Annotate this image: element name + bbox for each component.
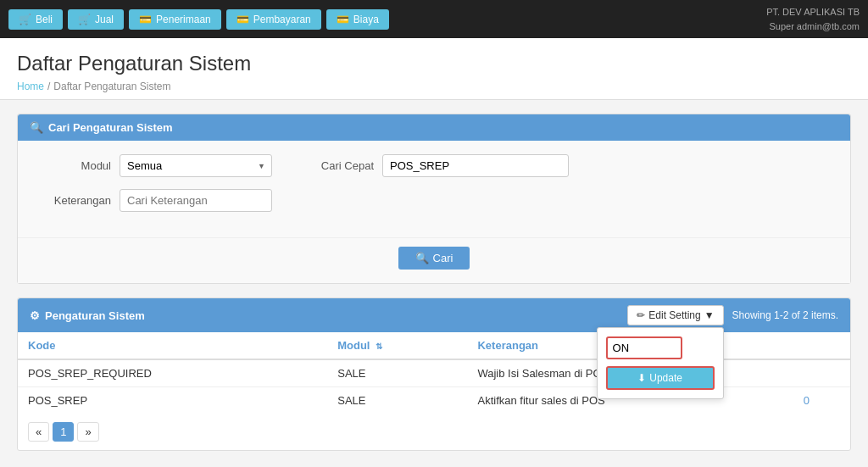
- card-icon-2: 💳: [236, 14, 249, 25]
- update-label: Update: [649, 372, 682, 384]
- edit-setting-wrapper: ✏ Edit Setting ▼ ⬇ Update: [627, 305, 723, 325]
- nav-biaya-label: Biaya: [353, 14, 379, 25]
- edit-setting-dropdown: ⬇ Update: [597, 327, 724, 399]
- results-panel: ⚙ Pengaturan Sistem ✏ Edit Setting ▼: [17, 297, 851, 451]
- cell-modul-2: SALE: [327, 387, 467, 414]
- cart-icon: 🛒: [19, 14, 31, 25]
- results-table: Kode Modul ⇅ Keterangan POS_SREP_REQUIRE…: [18, 332, 850, 414]
- chevron-down-icon: ▼: [704, 309, 715, 321]
- table-row: POS_SREP SALE Aktifkan fitur sales di PO…: [18, 387, 850, 414]
- search-header-icon: 🔍: [30, 121, 43, 134]
- dropdown-on-row: [606, 336, 715, 359]
- breadcrumb-separator: /: [47, 81, 50, 92]
- search-btn-label: Cari: [433, 252, 453, 264]
- col-modul-label: Modul: [337, 339, 370, 352]
- user-info: PT. DEV APLIKASI TB Super admin@tb.com: [766, 5, 860, 33]
- download-icon: ⬇: [637, 372, 646, 384]
- cell-value-2[interactable]: 0: [793, 387, 850, 414]
- keterangan-row: Keterangan: [35, 189, 833, 212]
- search-panel-footer: 🔍 Cari: [18, 237, 850, 283]
- breadcrumb: Home / Daftar Pengaturan Sistem: [17, 81, 851, 92]
- update-button[interactable]: ⬇ Update: [606, 366, 715, 390]
- settings-icon: ⚙: [30, 309, 40, 322]
- search-panel-title: Cari Pengaturan Sistem: [48, 121, 173, 134]
- cari-cepat-label: Cari Cepat: [298, 159, 374, 172]
- results-header-left: ⚙ Pengaturan Sistem: [30, 309, 145, 322]
- table-body: POS_SREP_REQUIRED SALE Wajib Isi Salesma…: [18, 359, 850, 414]
- showing-text: Showing 1-2 of 2 items.: [732, 309, 838, 321]
- cell-value-1: [793, 359, 850, 387]
- card-icon-3: 💳: [337, 14, 349, 25]
- user-email: Super admin@tb.com: [766, 19, 860, 34]
- nav-biaya-button[interactable]: 💳 Biaya: [326, 9, 389, 30]
- cart-icon-2: 🛒: [78, 14, 91, 25]
- cell-kode-1: POS_SREP_REQUIRED: [18, 359, 327, 387]
- pagination-prev[interactable]: «: [28, 422, 49, 442]
- edit-setting-button[interactable]: ✏ Edit Setting ▼: [627, 305, 723, 325]
- col-keterangan-label: Keterangan: [477, 339, 538, 352]
- card-icon: 💳: [139, 14, 152, 25]
- modul-select-wrapper: Semua SALE PURCHASE INVENTORY: [120, 154, 272, 177]
- nav-pembayaran-button[interactable]: 💳 Pembayaran: [226, 9, 321, 30]
- nav-beli-button[interactable]: 🛒 Beli: [8, 9, 63, 30]
- breadcrumb-current: Daftar Pengaturan Sistem: [53, 81, 170, 92]
- search-panel: 🔍 Cari Pengaturan Sistem Modul Semua SAL…: [17, 114, 851, 284]
- keterangan-label: Keterangan: [35, 194, 111, 207]
- cell-modul-1: SALE: [327, 359, 467, 387]
- modul-label: Modul: [35, 159, 111, 172]
- table-row: POS_SREP_REQUIRED SALE Wajib Isi Salesma…: [18, 359, 850, 387]
- keterangan-input[interactable]: [120, 189, 272, 212]
- nav-penerimaan-button[interactable]: 💳 Penerimaan: [129, 9, 221, 30]
- modul-select[interactable]: Semua SALE PURCHASE INVENTORY: [120, 154, 272, 177]
- page-header: Daftar Pengaturan Sistem Home / Daftar P…: [0, 38, 868, 100]
- search-button[interactable]: 🔍 Cari: [398, 247, 470, 270]
- user-company: PT. DEV APLIKASI TB: [766, 5, 860, 19]
- results-header-right: ✏ Edit Setting ▼ ⬇ Update: [627, 305, 838, 325]
- search-btn-icon: 🔍: [415, 252, 429, 264]
- cari-cepat-input[interactable]: [382, 154, 569, 177]
- navbar-left: 🛒 Beli 🛒 Jual 💳 Penerimaan 💳 Pembayaran …: [8, 9, 389, 30]
- col-kode: Kode: [18, 332, 327, 359]
- search-panel-body: Modul Semua SALE PURCHASE INVENTORY Cari…: [18, 141, 850, 237]
- edit-icon: ✏: [637, 309, 645, 321]
- pagination: « 1 »: [18, 414, 850, 450]
- nav-penerimaan-label: Penerimaan: [156, 14, 211, 25]
- results-panel-header: ⚙ Pengaturan Sistem ✏ Edit Setting ▼: [18, 298, 850, 332]
- nav-jual-label: Jual: [95, 14, 114, 25]
- nav-beli-label: Beli: [36, 14, 53, 25]
- on-value-input[interactable]: [606, 336, 682, 359]
- row-value-link[interactable]: 0: [804, 394, 810, 407]
- col-actions: [793, 332, 850, 359]
- search-form-row-1: Modul Semua SALE PURCHASE INVENTORY Cari…: [35, 154, 833, 189]
- nav-pembayaran-label: Pembayaran: [253, 14, 311, 25]
- top-navbar: 🛒 Beli 🛒 Jual 💳 Penerimaan 💳 Pembayaran …: [0, 0, 868, 38]
- nav-jual-button[interactable]: 🛒 Jual: [68, 9, 124, 30]
- cari-cepat-row: Cari Cepat: [298, 154, 569, 177]
- search-panel-header: 🔍 Cari Pengaturan Sistem: [18, 114, 850, 141]
- breadcrumb-home[interactable]: Home: [17, 81, 44, 92]
- edit-setting-label: Edit Setting: [648, 309, 700, 321]
- col-modul[interactable]: Modul ⇅: [327, 332, 467, 359]
- cell-kode-2: POS_SREP: [18, 387, 327, 414]
- results-panel-title: Pengaturan Sistem: [45, 309, 145, 322]
- main-content: 🔍 Cari Pengaturan Sistem Modul Semua SAL…: [0, 100, 868, 464]
- table-head: Kode Modul ⇅ Keterangan: [18, 332, 850, 359]
- table-header-row: Kode Modul ⇅ Keterangan: [18, 332, 850, 359]
- col-kode-label: Kode: [28, 339, 56, 352]
- pagination-page-1[interactable]: 1: [53, 422, 74, 442]
- pagination-next[interactable]: »: [77, 422, 98, 442]
- sort-icon: ⇅: [376, 342, 382, 351]
- page-title: Daftar Pengaturan Sistem: [17, 52, 851, 75]
- modul-row: Modul Semua SALE PURCHASE INVENTORY: [35, 154, 272, 177]
